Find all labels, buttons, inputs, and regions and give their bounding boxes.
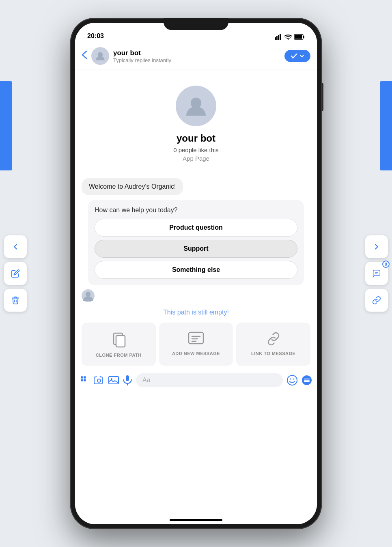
- sender-avatar-icon: [82, 289, 95, 302]
- bot-profile: your bot 0 people like this App Page: [75, 69, 317, 178]
- forward-icon: [372, 242, 381, 251]
- svg-point-25: [111, 378, 112, 380]
- back-toolbar-button[interactable]: [4, 235, 27, 258]
- wifi-icon: [284, 34, 292, 40]
- blue-accent-left: [0, 81, 12, 170]
- svg-point-20: [84, 376, 86, 379]
- svg-point-19: [81, 376, 83, 379]
- delete-toolbar-button[interactable]: [4, 289, 27, 312]
- link-to-message-label: LINK TO MESSAGE: [251, 351, 295, 356]
- comments-badge: 0: [382, 261, 390, 268]
- grid-dots-button[interactable]: [80, 375, 90, 385]
- phone-screen: 20:03: [75, 23, 317, 524]
- edit-toolbar-button[interactable]: [4, 262, 27, 285]
- right-toolbar: 0: [365, 235, 388, 312]
- svg-point-30: [293, 379, 295, 380]
- comments-icon: [372, 269, 381, 278]
- more-icon: [302, 375, 312, 385]
- svg-rect-3: [276, 36, 278, 40]
- emoji-icon: [287, 375, 297, 385]
- action-buttons-row: CLONE FROM PATH ADD NEW MESSAGE: [82, 323, 310, 366]
- svg-point-23: [97, 379, 101, 382]
- chat-header: your bot Typically replies instantly: [75, 43, 317, 69]
- mic-button[interactable]: [123, 375, 132, 385]
- phone-frame: 20:03: [70, 18, 322, 529]
- header-info: your bot Typically replies instantly: [113, 49, 284, 63]
- svg-rect-4: [278, 35, 279, 40]
- back-chevron-icon: [82, 50, 87, 59]
- svg-rect-14: [116, 336, 125, 347]
- camera-icon: [94, 376, 104, 385]
- photo-button[interactable]: [108, 375, 119, 385]
- svg-rect-5: [280, 34, 281, 40]
- svg-point-6: [288, 39, 289, 40]
- link-toolbar-button[interactable]: [365, 289, 388, 312]
- clone-from-path-card[interactable]: CLONE FROM PATH: [82, 323, 156, 366]
- power-button: [322, 83, 323, 111]
- input-bar: Aa: [75, 369, 317, 391]
- header-bot-subtitle: Typically replies instantly: [113, 57, 284, 63]
- header-bot-avatar: [91, 47, 109, 65]
- camera-button[interactable]: [94, 376, 104, 385]
- clone-from-path-label: CLONE FROM PATH: [96, 353, 142, 357]
- mic-icon: [123, 375, 132, 385]
- status-time: 20:03: [87, 32, 104, 40]
- link-message-icon: [265, 331, 282, 347]
- quick-reply-option-2[interactable]: Support: [95, 240, 297, 258]
- message-placeholder: Aa: [142, 377, 151, 383]
- bot-likes: 0 people like this: [173, 146, 219, 153]
- battery-icon: [294, 34, 305, 40]
- bot-avatar-icon: [184, 94, 208, 118]
- svg-rect-2: [275, 37, 276, 40]
- quick-reply-question: How can we help you today?: [95, 207, 297, 214]
- page-wrapper: 0 20:03: [0, 0, 392, 547]
- svg-point-12: [86, 292, 90, 297]
- header-bot-name: your bot: [113, 49, 284, 57]
- link-icon: [372, 296, 381, 305]
- forward-toolbar-button[interactable]: [365, 235, 388, 258]
- bot-name: your bot: [177, 133, 215, 144]
- header-action-button[interactable]: [284, 50, 310, 62]
- welcome-message-bubble: Welcome to Audrey's Organic!: [82, 178, 183, 195]
- edit-icon: [11, 269, 20, 278]
- messages-area: Welcome to Audrey's Organic!: [75, 178, 317, 195]
- add-message-icon: [188, 331, 204, 347]
- home-indicator: [170, 519, 222, 521]
- clone-icon: [110, 331, 127, 349]
- more-button[interactable]: [302, 375, 312, 385]
- quick-reply-option-3[interactable]: Something else: [95, 261, 297, 279]
- empty-path-text: This path is still empty!: [75, 302, 317, 323]
- svg-rect-9: [303, 36, 304, 38]
- svg-point-22: [84, 379, 86, 381]
- check-icon: [291, 53, 297, 59]
- message-input[interactable]: Aa: [136, 373, 283, 387]
- svg-rect-26: [126, 375, 129, 381]
- emoji-button[interactable]: [287, 375, 297, 385]
- phone-notch: [164, 18, 228, 30]
- svg-rect-15: [189, 332, 203, 344]
- screen-content: 20:03: [75, 23, 317, 524]
- bot-avatar-large: [176, 86, 216, 126]
- sender-avatar: [82, 289, 95, 302]
- link-to-message-card[interactable]: LINK TO MESSAGE: [236, 323, 310, 366]
- blue-accent-right: [380, 81, 392, 170]
- header-avatar-icon: [95, 50, 106, 62]
- add-new-message-label: ADD NEW MESSAGE: [172, 351, 220, 356]
- comments-toolbar-button[interactable]: 0: [365, 262, 388, 285]
- grid-dots-icon: [80, 375, 90, 385]
- bot-page-type: App Page: [183, 155, 209, 162]
- status-icons: [275, 34, 305, 40]
- delete-icon: [11, 296, 20, 305]
- svg-point-29: [290, 379, 291, 380]
- chevron-down-icon: [300, 54, 304, 58]
- svg-point-21: [81, 379, 83, 381]
- photo-icon: [108, 375, 119, 385]
- svg-rect-0: [375, 272, 378, 273]
- quick-reply-option-1[interactable]: Product question: [95, 219, 297, 237]
- back-icon: [11, 242, 20, 251]
- quick-reply-group: How can we help you today? Product quest…: [88, 200, 304, 285]
- svg-point-28: [287, 375, 297, 385]
- chat-back-button[interactable]: [82, 50, 87, 62]
- left-toolbar: [4, 235, 27, 312]
- add-new-message-card[interactable]: ADD NEW MESSAGE: [159, 323, 233, 366]
